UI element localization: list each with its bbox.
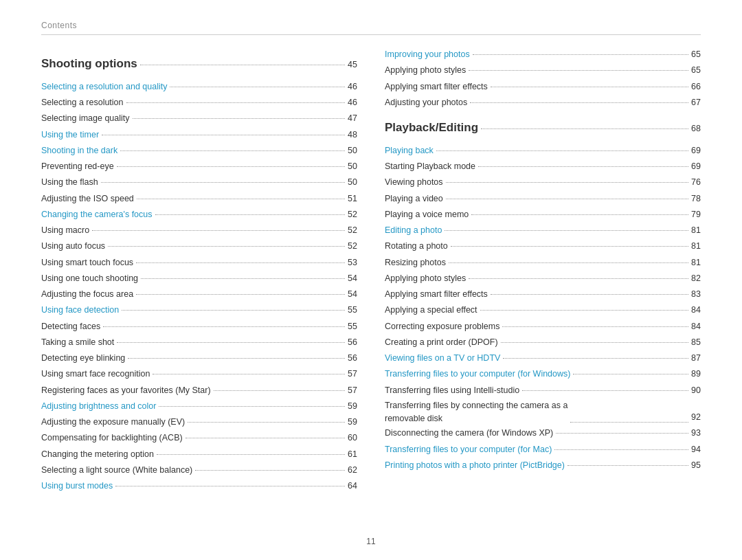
toc-number: 59 xyxy=(348,399,357,414)
toc-number: 56 xyxy=(348,351,357,366)
toc-row: Playing a video78 xyxy=(385,192,701,206)
toc-dots xyxy=(469,70,688,71)
toc-item-label: Adjusting the ISO speed xyxy=(41,192,134,206)
toc-number: 52 xyxy=(348,208,357,222)
toc-dots xyxy=(481,128,688,129)
toc-row: Taking a smile shot56 xyxy=(41,335,357,350)
toc-number: 48 xyxy=(348,128,357,142)
toc-number: 57 xyxy=(348,383,357,398)
toc-number: 76 xyxy=(691,175,701,190)
toc-item-label: Creating a print order (DPOF) xyxy=(385,335,498,350)
toc-number: 84 xyxy=(691,303,701,317)
toc-dots xyxy=(502,326,688,327)
toc-number: 59 xyxy=(348,415,357,429)
toc-row: Registering faces as your favorites (My … xyxy=(41,383,357,398)
toc-item-label: Selecting image quality xyxy=(41,111,130,126)
toc-number: 53 xyxy=(348,256,357,270)
toc-number: 46 xyxy=(348,96,357,110)
toc-item-label: Resizing photos xyxy=(385,256,446,270)
toc-item-label: Taking a smile shot xyxy=(41,335,114,350)
toc-row: Shooting in the dark50 xyxy=(41,144,357,158)
toc-number: 78 xyxy=(691,192,701,206)
toc-dots xyxy=(188,422,345,423)
toc-item-label: Adjusting your photos xyxy=(385,96,467,110)
toc-number: 81 xyxy=(691,239,701,254)
toc-label: Transferring files by connecting the cam… xyxy=(385,399,567,425)
toc-dots xyxy=(469,278,688,279)
toc-item-label: Transferring files to your computer (for… xyxy=(385,367,570,381)
toc-number: 66 xyxy=(691,80,701,94)
toc-number: 67 xyxy=(691,96,701,110)
toc-number: 60 xyxy=(348,431,357,445)
toc-item-label: Viewing photos xyxy=(385,175,443,190)
toc-dots xyxy=(567,465,688,466)
toc-dots xyxy=(103,326,345,327)
toc-item-label: Applying smart filter effects xyxy=(385,80,488,94)
toc-row: Selecting a resolution46 xyxy=(41,96,357,110)
toc-row: Using one touch shooting54 xyxy=(41,271,357,286)
toc-row: Compensating for backlighting (ACB)60 xyxy=(41,431,357,445)
toc-dots xyxy=(436,150,688,151)
section-title-row: Shooting options45 xyxy=(41,47,357,78)
toc-row: Using the flash50 xyxy=(41,175,357,190)
toc-item-label: Applying smart filter effects xyxy=(385,287,488,302)
toc-number: 92 xyxy=(691,410,701,425)
page: Contents Shooting options45Selecting a r… xyxy=(0,0,742,560)
toc-dots xyxy=(446,182,689,183)
toc-row: Transferring files using Intelli-studio9… xyxy=(385,383,701,398)
toc-row: Using the timer48 xyxy=(41,128,357,142)
toc-row: Adjusting brightness and color59 xyxy=(41,399,357,414)
toc-number: 55 xyxy=(348,303,357,317)
toc-row: Improving your photos65 xyxy=(385,47,701,62)
toc-item-label: Using auto focus xyxy=(41,239,105,254)
toc-row: Applying photo styles82 xyxy=(385,271,701,286)
toc-dots xyxy=(141,278,345,279)
toc-number: 55 xyxy=(348,320,357,334)
toc-dots xyxy=(133,118,346,119)
toc-item-label: Playing a video xyxy=(385,192,443,206)
toc-item-label: Changing the metering option xyxy=(41,447,154,462)
toc-item-label: Selecting a light source (White balance) xyxy=(41,463,192,478)
toc-number: 82 xyxy=(691,271,701,286)
toc-row: Selecting a light source (White balance)… xyxy=(41,463,357,478)
toc-row: Applying smart filter effects83 xyxy=(385,287,701,302)
toc-item-label: Using smart touch focus xyxy=(41,256,133,270)
toc-dots xyxy=(470,102,688,103)
toc-dots xyxy=(503,358,688,359)
toc-item-label: Applying photo styles xyxy=(385,63,466,78)
toc-dots xyxy=(556,433,688,434)
toc-row: Playing back69 xyxy=(385,144,701,158)
toc-item-label: Using the flash xyxy=(41,175,98,190)
toc-row: Applying a special effect84 xyxy=(385,303,701,317)
toc-dots xyxy=(471,214,688,215)
toc-number: 54 xyxy=(348,271,357,286)
toc-row: Viewing photos76 xyxy=(385,175,701,190)
toc-row: Using face detection55 xyxy=(41,303,357,317)
toc-dots xyxy=(491,294,688,295)
toc-item-label: Shooting in the dark xyxy=(41,144,117,158)
toc-item-label: Using the timer xyxy=(41,128,99,142)
toc-dots xyxy=(186,438,345,438)
toc-number: 47 xyxy=(348,111,357,126)
toc-row: Adjusting the focus area54 xyxy=(41,287,357,302)
toc-dots xyxy=(92,230,345,231)
toc-dots xyxy=(136,294,345,295)
toc-row: Detecting eye blinking56 xyxy=(41,351,357,366)
toc-dots xyxy=(473,54,688,55)
toc-number: 61 xyxy=(348,447,357,462)
toc-number: 95 xyxy=(691,458,701,473)
toc-dots xyxy=(554,449,688,450)
toc-row: Using auto focus52 xyxy=(41,239,357,254)
toc-item-label: Starting Playback mode xyxy=(385,159,475,174)
toc-dots xyxy=(136,262,345,263)
toc-row: Viewing files on a TV or HDTV87 xyxy=(385,351,701,366)
toc-dots xyxy=(137,199,345,199)
toc-item-label: Adjusting the focus area xyxy=(41,287,133,302)
toc-row: Preventing red-eye50 xyxy=(41,159,357,174)
toc-dots xyxy=(128,358,345,359)
left-column: Shooting options45Selecting a resolution… xyxy=(41,47,357,495)
toc-number: 46 xyxy=(348,80,357,94)
toc-number: 50 xyxy=(348,175,357,190)
toc-dots xyxy=(102,135,345,135)
toc-item-label: Selecting a resolution xyxy=(41,96,124,110)
